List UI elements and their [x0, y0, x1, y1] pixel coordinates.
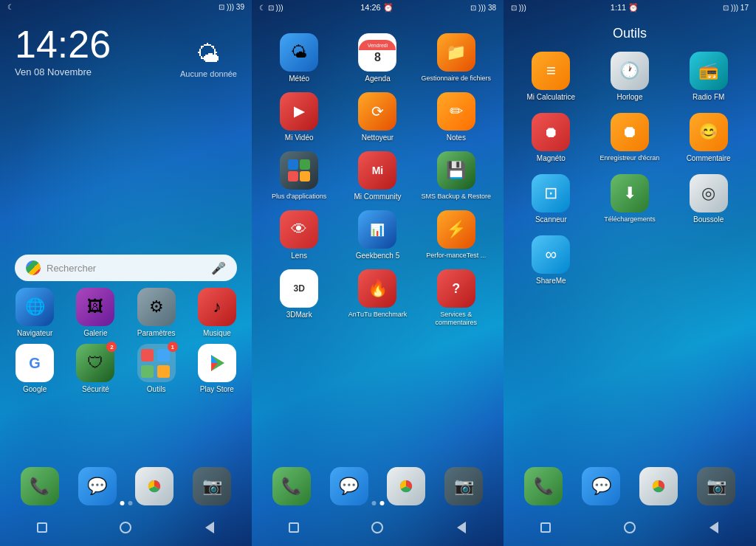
- dock-camera-1[interactable]: 📷: [193, 467, 231, 505]
- dock-chrome-2[interactable]: [387, 467, 425, 505]
- dock-camera-3[interactable]: 📷: [697, 467, 735, 505]
- app-playstore[interactable]: Play Store: [190, 344, 244, 394]
- alarm-icon: ☾: [7, 3, 14, 11]
- radio-icon: 📻: [690, 52, 728, 90]
- shareme-label: ShareMe: [536, 277, 566, 286]
- app-shareme[interactable]: ∞ ShareMe: [515, 235, 588, 286]
- dock-phone-2[interactable]: 📞: [272, 467, 311, 505]
- app-drawer-panel: ☾ ⊡ ))) 14:26 ⏰ ⊡ ))) 38 🌤 Météo Vendred…: [252, 0, 504, 546]
- status-right-1: ⊡ ))) 39: [219, 3, 244, 11]
- app-mi-community[interactable]: Mi Mi Community: [341, 151, 413, 201]
- app-galerie[interactable]: 🖼 Galerie: [68, 288, 123, 338]
- notes-label: Notes: [447, 134, 466, 142]
- app-parametres[interactable]: ⚙ Paramètres: [129, 288, 184, 338]
- boussole-label: Boussole: [693, 215, 724, 224]
- app-magneto[interactable]: ⏺ Magnéto: [515, 113, 588, 163]
- camera-icon-1: 📷: [193, 467, 231, 505]
- status-bar-3: ⊡ ))) 1:11 ⏰ ⊡ ))) 17: [504, 0, 756, 15]
- app-navigateur[interactable]: 🌐 Navigateur: [7, 288, 62, 338]
- messages-icon-1: 💬: [78, 467, 117, 505]
- app-antutu[interactable]: 🔥 AnTuTu Benchmark: [341, 269, 413, 327]
- app-geekbench[interactable]: 📊 Geekbench 5: [341, 210, 413, 260]
- messages-icon-3: 💬: [582, 467, 620, 505]
- chrome-icon-1: [135, 467, 173, 505]
- app-enregistreur[interactable]: ⏺ Enregistreur d'écran: [594, 113, 667, 163]
- mi-community-label: Mi Community: [354, 193, 402, 201]
- nettoyeur-icon: ⟳: [358, 92, 396, 131]
- app-plus[interactable]: Plus d'applications: [263, 151, 335, 201]
- horloge-label: Horloge: [616, 93, 642, 102]
- parametres-label: Paramètres: [137, 329, 176, 338]
- dock-messages-2[interactable]: 💬: [330, 467, 368, 505]
- app-perftest[interactable]: ⚡ Perfor-manceTest ...: [420, 210, 492, 260]
- playstore-label: Play Store: [200, 385, 234, 394]
- nav-back-btn-1[interactable]: [202, 520, 217, 535]
- status-bar-2: ☾ ⊡ ))) 14:26 ⏰ ⊡ ))) 38: [252, 0, 504, 15]
- app-radio[interactable]: 📻 Radio FM: [672, 52, 745, 102]
- alarm-icon-3: ⊡ ))): [511, 4, 526, 12]
- mivideo-icon: ▶: [280, 92, 318, 131]
- nav-home-btn-1[interactable]: [118, 520, 133, 535]
- nav-back-btn-3[interactable]: [707, 520, 721, 535]
- app-telechargements[interactable]: ⬇ Téléchargements: [594, 174, 667, 224]
- navigateur-icon: 🌐: [16, 288, 54, 326]
- app-commentaire[interactable]: 😊 Commentaire: [672, 113, 745, 163]
- search-bar[interactable]: Rechercher 🎤: [15, 255, 237, 281]
- app-calculatrice[interactable]: ≡ Mi Calculatrice: [515, 52, 588, 102]
- calculatrice-label: Mi Calculatrice: [527, 93, 576, 102]
- app-agenda[interactable]: Vendredi 8 Agenda: [341, 33, 413, 83]
- nav-bar-2: [252, 509, 504, 546]
- threedmark-icon: 3D: [280, 269, 318, 308]
- app-securite[interactable]: 🛡 2 Sécurité: [68, 344, 123, 394]
- app-lens[interactable]: 👁 Lens: [263, 210, 335, 260]
- dock-camera-2[interactable]: 📷: [444, 467, 483, 505]
- status-bar-1: ☾ ⊡ ))) 39: [0, 0, 252, 14]
- google-logo: [26, 260, 41, 275]
- navigateur-label: Navigateur: [17, 329, 52, 338]
- nav-bar-1: [0, 509, 252, 546]
- status-center-2: 14:26 ⏰: [360, 3, 394, 13]
- app-boussole[interactable]: ◎ Boussole: [672, 174, 745, 224]
- app-notes[interactable]: ✏ Notes: [420, 92, 492, 142]
- nav-square-btn-1[interactable]: [35, 520, 49, 535]
- nav-back-btn-2[interactable]: [454, 520, 469, 535]
- search-input-fake[interactable]: Rechercher: [47, 263, 211, 274]
- lock-screen-panel: ☾ ⊡ ))) 39 14:26 Ven 08 Novembre 🌤 Aucun…: [0, 0, 252, 546]
- app-3dmark[interactable]: 3D 3DMark: [263, 269, 335, 327]
- dock-phone-3[interactable]: 📞: [524, 467, 563, 505]
- dock-messages-1[interactable]: 💬: [78, 467, 117, 505]
- app-horloge[interactable]: 🕐 Horloge: [594, 52, 667, 102]
- nav-square-btn-2[interactable]: [286, 520, 301, 535]
- antutu-label: AnTuTu Benchmark: [348, 311, 407, 319]
- app-files[interactable]: 📁 Gestionnaire de fichiers: [420, 33, 492, 83]
- outils-badge: 1: [168, 342, 178, 352]
- dock-chrome-3[interactable]: [639, 467, 678, 505]
- dock-3: 📞 💬 📷: [504, 467, 756, 505]
- nav-home-btn-2[interactable]: [370, 520, 385, 535]
- app-scanneur[interactable]: ⊡ Scanneur: [515, 174, 588, 224]
- camera-icon-2: 📷: [444, 467, 483, 505]
- app-musique[interactable]: ♪ Musique: [190, 288, 244, 338]
- alarm-icon-2: ☾ ⊡ ))): [259, 4, 284, 12]
- app-services[interactable]: ? Services & commentaires: [420, 269, 492, 327]
- app-outils-folder[interactable]: 1 Outils: [129, 344, 184, 394]
- nav-home-btn-3[interactable]: [622, 520, 637, 535]
- lens-label: Lens: [291, 252, 307, 260]
- app-meteo[interactable]: 🌤 Météo: [263, 33, 335, 83]
- app-sms[interactable]: 💾 SMS Backup & Restore: [420, 151, 492, 201]
- home-app-grid: 🌐 Navigateur 🖼 Galerie ⚙ Paramètres ♪ Mu…: [0, 288, 252, 394]
- app-nettoyeur[interactable]: ⟳ Nettoyeur: [341, 92, 413, 142]
- dot-2-1: [371, 501, 376, 505]
- status-right-3: ⊡ ))) 17: [723, 4, 749, 12]
- app-mivideo[interactable]: ▶ Mi Vidéo: [263, 92, 335, 142]
- chrome-icon-2: [387, 467, 425, 505]
- dock-phone-1[interactable]: 📞: [21, 467, 59, 505]
- commentaire-label: Commentaire: [687, 154, 731, 163]
- dock-chrome-1[interactable]: [135, 467, 173, 505]
- antutu-icon: 🔥: [358, 269, 396, 308]
- securite-badge: 2: [106, 342, 117, 352]
- mic-icon[interactable]: 🎤: [211, 261, 226, 275]
- app-google[interactable]: G Google: [7, 344, 62, 394]
- nav-square-btn-3[interactable]: [538, 520, 553, 535]
- dock-messages-3[interactable]: 💬: [582, 467, 620, 505]
